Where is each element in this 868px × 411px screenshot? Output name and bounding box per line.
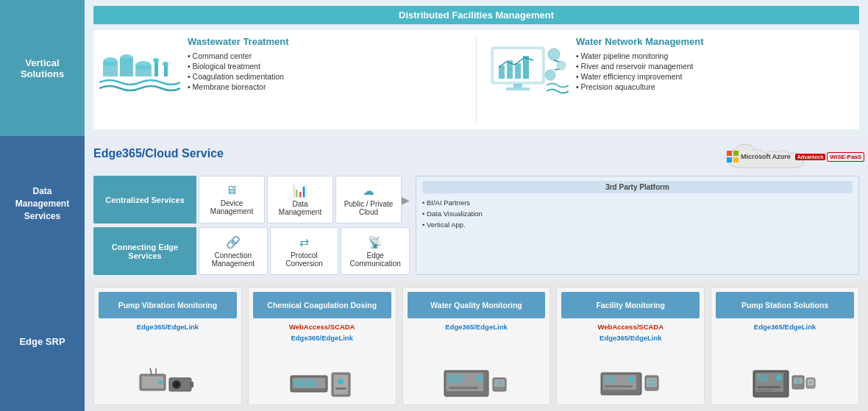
cloud-services-container: Centralized Services 🖥 Device Management… bbox=[93, 176, 859, 275]
pump-station-device bbox=[716, 334, 854, 400]
third-party-list: BI/AI Partners Data Visualization Vertic… bbox=[422, 197, 853, 230]
data-mgmt-icon: 📊 bbox=[293, 184, 307, 198]
water-quality-device bbox=[408, 334, 546, 400]
svg-point-5 bbox=[135, 61, 152, 70]
protocol-conv-cell: ⇄ Protocol Conversion bbox=[270, 227, 339, 275]
water-network-block: Water Network Management Water pipeline … bbox=[488, 36, 853, 124]
wastewater-bullets: Command center Biological treatment Coag… bbox=[188, 51, 289, 92]
chemical-device bbox=[253, 345, 391, 400]
facility-link-scada[interactable]: WebAccess/SCADA bbox=[598, 323, 664, 331]
edge-card-pump-vibration: Pump Vibration Monitoring Edge365/EdgeLi… bbox=[93, 287, 242, 405]
svg-point-68 bbox=[796, 379, 800, 383]
pump-station-header: Pump Station Solutions bbox=[716, 292, 854, 318]
pump-vibration-device bbox=[99, 334, 237, 400]
svg-point-3 bbox=[103, 57, 118, 66]
wastewater-text: Wastewater Treatment Command center Biol… bbox=[188, 36, 289, 92]
svg-point-45 bbox=[477, 376, 483, 382]
pump-station-link[interactable]: Edge365/EdgeLink bbox=[754, 323, 816, 331]
svg-rect-39 bbox=[334, 375, 348, 394]
svg-point-71 bbox=[809, 381, 812, 384]
pump-vibration-header: Pump Vibration Monitoring bbox=[99, 292, 237, 318]
svg-rect-37 bbox=[312, 379, 316, 387]
svg-line-22 bbox=[555, 69, 559, 70]
wastewater-block: Wastewater Treatment Command center Biol… bbox=[99, 36, 465, 124]
main-container: Vertical Solutions Data Management Servi… bbox=[0, 0, 868, 411]
connecting-row: Connecting Edge Services 🔗 Connection Ma… bbox=[93, 227, 410, 275]
svg-rect-54 bbox=[605, 385, 633, 387]
connection-icon: 🔗 bbox=[226, 235, 241, 249]
svg-point-18 bbox=[548, 49, 560, 60]
edge-card-water-quality: Water Quality Monitoring Edge365/EdgeLin… bbox=[402, 287, 551, 405]
facility-device bbox=[561, 345, 700, 400]
svg-rect-36 bbox=[306, 379, 310, 387]
svg-rect-58 bbox=[648, 379, 655, 382]
chemical-link-scada[interactable]: WebAccess/SCADA bbox=[289, 323, 355, 331]
content-area: Distributed Facilities Management bbox=[85, 0, 868, 411]
chemical-link-edge[interactable]: Edge365/EdgeLink bbox=[289, 334, 355, 342]
svg-rect-35 bbox=[300, 379, 305, 387]
device-mgmt-cell: 🖥 Device Management bbox=[199, 176, 265, 224]
distributed-body: Wastewater Treatment Command center Biol… bbox=[93, 30, 859, 129]
svg-point-20 bbox=[545, 70, 555, 80]
water-network-bullets: Water pipeline monitoring River and rese… bbox=[576, 51, 704, 92]
svg-point-40 bbox=[338, 379, 344, 385]
data-mgmt-cell: 📊 Data Management bbox=[267, 176, 333, 224]
water-quality-link[interactable]: Edge365/EdgeLink bbox=[445, 323, 507, 331]
cloud-icon: ☁ bbox=[363, 184, 374, 198]
edge-card-facility: Facility Monitoring WebAccess/SCADA Edge… bbox=[556, 287, 705, 405]
distributed-header: Distributed Facilities Management bbox=[93, 6, 859, 24]
svg-rect-44 bbox=[448, 374, 463, 383]
svg-point-53 bbox=[628, 376, 634, 382]
services-left: Centralized Services 🖥 Device Management… bbox=[93, 176, 410, 275]
svg-rect-16 bbox=[513, 84, 522, 87]
facility-header: Facility Monitoring bbox=[561, 292, 700, 318]
edge-card-chemical: Chemical Coagulation Dosing WebAccess/SC… bbox=[248, 287, 396, 405]
svg-rect-17 bbox=[506, 87, 530, 90]
wisepas-logo: Advantech WISE-PaaS bbox=[795, 152, 864, 162]
svg-point-49 bbox=[497, 381, 502, 385]
sidebar-vertical-solutions: Vertical Solutions bbox=[0, 0, 85, 136]
svg-line-21 bbox=[554, 60, 559, 62]
water-network-text: Water Network Management Water pipeline … bbox=[576, 36, 704, 92]
sidebar-data-management: Data Management Services bbox=[0, 136, 85, 272]
svg-rect-65 bbox=[757, 390, 773, 391]
edge-comm-icon: 📡 bbox=[368, 235, 383, 249]
protocol-icon: ⇄ bbox=[299, 235, 309, 249]
centralized-row: Centralized Services 🖥 Device Management… bbox=[93, 176, 410, 224]
centralized-cells: 🖥 Device Management 📊 Data Management ☁ … bbox=[199, 176, 402, 224]
svg-rect-57 bbox=[647, 378, 657, 387]
svg-rect-59 bbox=[648, 383, 655, 385]
edge-card-pump-station: Pump Station Solutions Edge365/EdgeLink bbox=[711, 287, 859, 405]
device-mgmt-icon: 🖥 bbox=[226, 184, 238, 197]
svg-rect-41 bbox=[335, 387, 346, 390]
edge365-header: Edge365/Cloud Service bbox=[93, 147, 224, 160]
section-distributed: Distributed Facilities Management bbox=[85, 0, 868, 136]
arrow-centralized: ▶ bbox=[402, 176, 410, 224]
divider bbox=[476, 36, 477, 124]
facility-links: WebAccess/SCADA Edge365/EdgeLink bbox=[598, 323, 664, 345]
svg-point-4 bbox=[120, 54, 133, 62]
facility-link-edge[interactable]: Edge365/EdgeLink bbox=[598, 334, 664, 342]
svg-rect-34 bbox=[294, 379, 299, 387]
edge-cards-container: Pump Vibration Monitoring Edge365/EdgeLi… bbox=[93, 287, 859, 405]
pump-vibration-link[interactable]: Edge365/EdgeLink bbox=[137, 323, 199, 331]
svg-point-8 bbox=[153, 58, 159, 62]
svg-point-19 bbox=[557, 61, 566, 70]
svg-point-9 bbox=[163, 62, 168, 66]
sidebar: Vertical Solutions Data Management Servi… bbox=[0, 0, 85, 411]
svg-line-26 bbox=[150, 368, 152, 374]
section-data-management: Edge365/Cloud Service bbox=[85, 136, 868, 281]
azure-logo: Microsoft Azure bbox=[727, 151, 791, 162]
water-quality-header: Water Quality Monitoring bbox=[408, 292, 546, 318]
svg-rect-64 bbox=[757, 386, 780, 388]
svg-point-25 bbox=[158, 380, 163, 385]
svg-rect-6 bbox=[154, 60, 158, 76]
edge-comm-cell: 📡 Edge Communication bbox=[341, 227, 410, 275]
section-edge-srp: Pump Vibration Monitoring Edge365/EdgeLi… bbox=[85, 281, 868, 411]
public-cloud-cell: ☁ Public / Private Cloud bbox=[335, 176, 402, 224]
water-network-icon bbox=[488, 36, 569, 102]
wastewater-icon bbox=[99, 36, 180, 102]
centralized-label: Centralized Services bbox=[93, 176, 196, 224]
connection-mgmt-cell: 🔗 Connection Management bbox=[199, 227, 268, 275]
svg-rect-52 bbox=[605, 376, 616, 382]
